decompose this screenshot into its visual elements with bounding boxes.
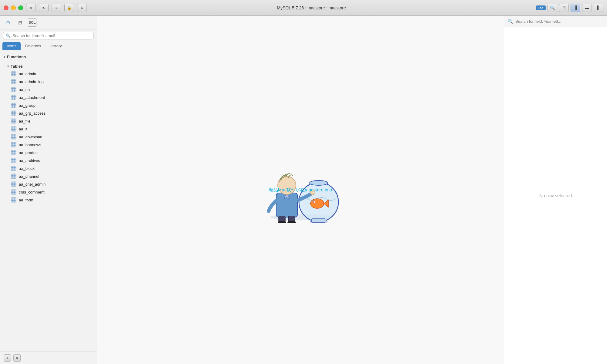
- list-item[interactable]: aa_download: [0, 133, 97, 141]
- list-item[interactable]: aa_file: [0, 117, 97, 125]
- svg-rect-50: [11, 150, 16, 155]
- list-item[interactable]: aa_form: [0, 196, 97, 204]
- sidebar-tabs: Items Favorites History: [0, 42, 97, 50]
- menu-button[interactable]: ≡: [52, 4, 61, 12]
- split-view-button[interactable]: ▬: [582, 4, 592, 12]
- table-grid-icon: [11, 134, 16, 140]
- table-grid-icon: [11, 71, 16, 76]
- svg-rect-5: [11, 79, 16, 84]
- svg-rect-0: [11, 71, 16, 76]
- list-item[interactable]: aa_it...: [0, 125, 97, 133]
- svg-rect-40: [11, 134, 16, 139]
- svg-rect-89: [311, 219, 326, 222]
- svg-rect-35: [11, 126, 16, 131]
- right-panel-search[interactable]: 🔍: [504, 16, 607, 27]
- table-grid-icon: [11, 174, 16, 179]
- close-button[interactable]: [4, 5, 8, 10]
- table-grid-icon: [11, 142, 16, 147]
- svg-rect-55: [11, 158, 16, 163]
- table-name: aa_download: [19, 135, 42, 139]
- right-search-icon: 🔍: [508, 19, 513, 24]
- sidebar-right-button[interactable]: ▌: [594, 4, 603, 12]
- grid-view-button[interactable]: ⊞: [559, 4, 569, 12]
- list-item[interactable]: aa_archives: [0, 157, 97, 164]
- titlebar-right: loc 🔍 ⊞ ▐ ▬ ▌: [536, 4, 603, 12]
- eye-button[interactable]: 👁: [39, 4, 49, 12]
- lock-button[interactable]: 🔒: [64, 4, 74, 12]
- close-tab-button[interactable]: ✕: [26, 4, 36, 12]
- table-name: aa_admin: [19, 72, 36, 76]
- sidebar-left-button[interactable]: ▐: [571, 4, 580, 12]
- functions-header[interactable]: ▾ Functions: [0, 53, 97, 60]
- table-grid-icon: [11, 79, 16, 84]
- list-item[interactable]: aa_ea: [0, 86, 97, 93]
- minimize-button[interactable]: [11, 5, 16, 10]
- sidebar-content: ▾ Functions ▾ Tables: [0, 50, 97, 352]
- svg-point-94: [313, 201, 314, 203]
- tables-section: ▾ Tables aa_admin: [0, 62, 97, 205]
- table-name: aa_attachment: [19, 95, 45, 100]
- list-item[interactable]: aa_grp_access: [0, 109, 97, 117]
- chevron-down-icon-tables: ▾: [7, 65, 9, 68]
- list-item[interactable]: cms_comment: [0, 188, 97, 196]
- more-options-button[interactable]: ∨: [13, 354, 21, 362]
- tables-header[interactable]: ▾ Tables: [0, 63, 97, 70]
- table-name: aa_admin_log: [19, 79, 44, 84]
- svg-rect-70: [11, 182, 16, 187]
- svg-rect-60: [11, 166, 16, 171]
- add-item-button[interactable]: +: [4, 354, 11, 362]
- table-name: aa_block: [19, 166, 35, 171]
- empty-illustration: [252, 157, 349, 223]
- sidebar-db-icon[interactable]: ⊙: [4, 18, 12, 27]
- sidebar-search-icon: 🔍: [6, 33, 11, 38]
- list-item[interactable]: aa_cnel_admin: [0, 180, 97, 188]
- svg-rect-25: [11, 111, 16, 116]
- list-item[interactable]: aa_attachment: [0, 93, 97, 101]
- table-grid-icon: [11, 189, 16, 195]
- list-item[interactable]: aa_bannews: [0, 141, 97, 149]
- sidebar-toolbar: ⊙ ⊟ SQL: [0, 16, 97, 29]
- sidebar-search-input[interactable]: [12, 33, 91, 38]
- svg-rect-15: [11, 95, 16, 100]
- content-area: 精品Mac软件尽在macstore.info: [97, 16, 504, 364]
- list-item[interactable]: aa_admin: [0, 70, 97, 78]
- list-item[interactable]: aa_channel: [0, 172, 97, 180]
- traffic-lights: [4, 5, 23, 10]
- sidebar: ⊙ ⊟ SQL 🔍 Items Favorites History ▾ Func…: [0, 16, 97, 364]
- window-title: MySQL 5.7.26 : macstore : macstore: [90, 5, 533, 10]
- search-toolbar-button[interactable]: 🔍: [548, 4, 557, 12]
- table-grid-icon: [11, 181, 16, 187]
- list-item[interactable]: aa_block: [0, 164, 97, 172]
- list-item[interactable]: aa_product: [0, 149, 97, 157]
- table-grid-icon: [11, 95, 16, 100]
- svg-rect-20: [11, 103, 16, 108]
- table-name: cms_comment: [19, 190, 45, 194]
- sidebar-search-bar[interactable]: 🔍: [3, 32, 94, 39]
- sidebar-footer: + ∨: [0, 352, 97, 364]
- list-item[interactable]: aa_group: [0, 101, 97, 109]
- table-name: aa_cnel_admin: [19, 182, 46, 187]
- svg-point-98: [310, 190, 315, 195]
- sidebar-sql-icon[interactable]: SQL: [28, 18, 36, 27]
- tab-items[interactable]: Items: [2, 42, 21, 50]
- table-name: aa_grp_access: [19, 111, 46, 116]
- empty-state-illustration: [252, 157, 349, 223]
- refresh-button[interactable]: ↻: [77, 4, 87, 12]
- tab-favorites[interactable]: Favorites: [21, 42, 45, 50]
- list-item[interactable]: aa_admin_log: [0, 78, 97, 86]
- loc-badge[interactable]: loc: [536, 5, 546, 10]
- table-grid-icon: [11, 166, 16, 171]
- sidebar-table-icon[interactable]: ⊟: [16, 18, 24, 27]
- table-name: aa_ea: [19, 87, 30, 92]
- tab-history[interactable]: History: [45, 42, 66, 50]
- table-name: aa_group: [19, 103, 36, 108]
- table-grid-icon: [11, 110, 16, 116]
- right-panel: 🔍 No row selected: [504, 16, 607, 364]
- maximize-button[interactable]: [18, 5, 23, 10]
- svg-point-91: [310, 199, 324, 208]
- table-name: aa_form: [19, 198, 33, 202]
- tables-label: Tables: [11, 64, 23, 69]
- titlebar: ✕ 👁 ≡ 🔒 ↻ MySQL 5.7.26 : macstore : macs…: [0, 0, 607, 16]
- right-panel-search-input[interactable]: [515, 19, 603, 24]
- svg-point-90: [310, 180, 328, 185]
